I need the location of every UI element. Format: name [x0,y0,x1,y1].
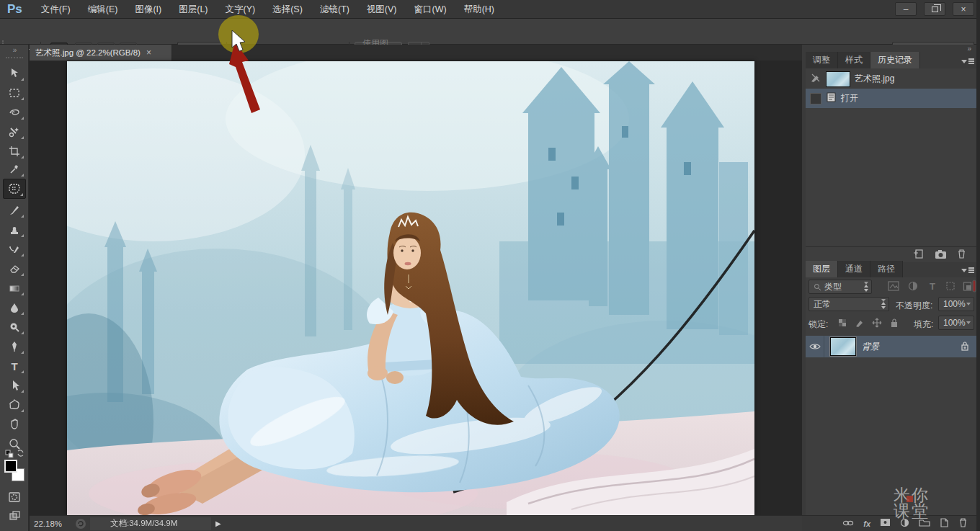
path-selection-tool[interactable] [3,376,26,395]
filter-pixel-layers-icon[interactable] [888,281,899,293]
tab-styles[interactable]: 样式 [838,52,870,68]
delete-trash-icon[interactable] [957,249,966,261]
save-progress-icon [76,519,86,529]
spinner-icon [864,282,868,292]
watermark-line2: 课堂 [883,503,940,519]
hand-tool[interactable] [3,415,26,434]
lock-all-icon[interactable] [888,317,901,329]
new-snapshot-camera-icon[interactable] [935,249,947,261]
new-document-from-state-icon[interactable] [913,249,925,261]
add-layer-mask-icon[interactable] [880,518,891,529]
layer-filter-select[interactable]: 类型 [808,280,872,294]
filter-toggle-switch[interactable] [972,280,976,295]
gradient-tool[interactable] [3,279,26,298]
document-state-icon [826,92,837,105]
opacity-field[interactable]: 100% [938,297,974,311]
filter-smart-objects-icon[interactable] [963,281,972,293]
eyedropper-tool[interactable] [3,160,26,179]
history-item-label: 艺术照.jpg [855,73,894,85]
tab-paths[interactable]: 路径 [870,261,903,277]
canvas-image[interactable] [67,61,754,515]
layer-thumbnail[interactable] [830,337,856,356]
screen-mode-button[interactable] [3,507,26,525]
move-tool[interactable] [3,64,26,83]
color-swatches[interactable] [4,460,26,484]
close-button[interactable]: × [953,2,974,16]
tutorial-highlight-circle [218,15,259,53]
layer-lock-icon [961,341,969,353]
menu-bar: Ps 文件(F) 编辑(E) 图像(I) 图层(L) 文字(Y) 选择(S) 滤… [0,0,980,19]
menu-window[interactable]: 窗口(W) [406,0,455,19]
history-item-label: 打开 [841,92,858,104]
status-bar: 22.18% 文档:34.9M/34.9M ▶ [30,515,802,531]
shape-tool[interactable] [3,396,26,414]
document-size-info[interactable]: 文档:34.9M/34.9M [90,517,211,530]
history-panel-tabs: 调整 样式 历史记录 [806,53,920,68]
type-tool[interactable]: T [3,357,26,375]
photoshop-logo: Ps [7,2,22,17]
lock-position-icon[interactable] [870,317,883,329]
brush-tool[interactable] [3,201,26,220]
clone-stamp-tool[interactable] [3,220,26,239]
zoom-level[interactable]: 22.18% [34,519,71,528]
dodge-tool[interactable] [3,318,26,336]
fill-field[interactable]: 100% [938,316,974,330]
chevron-down-icon [966,303,971,305]
tab-close-icon[interactable]: × [146,48,151,58]
history-source-well[interactable] [810,93,821,104]
menu-image[interactable]: 图像(I) [126,0,170,19]
history-brush-source-icon[interactable] [810,72,821,86]
blend-mode-select[interactable]: 正常 [808,297,889,311]
layers-panel-menu-icon[interactable] [961,266,974,275]
menu-edit[interactable]: 编辑(E) [79,0,127,19]
tab-layers[interactable]: 图层 [806,261,838,277]
layer-row-background[interactable]: 背景 [806,336,976,357]
history-state-row[interactable]: 打开 [806,89,976,108]
lock-pixels-brush-icon[interactable] [853,317,866,329]
restore-button[interactable] [924,2,945,16]
minimize-button[interactable]: – [895,2,917,16]
menu-filter[interactable]: 滤镜(T) [311,0,358,19]
tab-channels[interactable]: 通道 [838,261,870,277]
toolbar-grip[interactable] [6,57,23,59]
filter-adjustment-layers-icon[interactable] [908,281,918,293]
layer-name[interactable]: 背景 [862,341,961,353]
menu-layer[interactable]: 图层(L) [170,0,216,19]
lasso-tool[interactable] [3,103,26,122]
filter-shape-layers-icon[interactable] [945,281,956,293]
link-layers-icon[interactable] [842,519,854,529]
lock-transparency-icon[interactable] [836,317,849,329]
status-expand-icon[interactable]: ▶ [215,519,221,527]
layers-panel-tabs: 图层 通道 路径 [806,262,903,277]
foreground-color-swatch[interactable] [4,460,17,473]
toolbar-collapse[interactable]: » [0,46,29,55]
new-layer-icon[interactable] [940,517,949,530]
filter-type-layers-icon[interactable]: T [930,281,935,292]
blur-tool[interactable] [3,298,26,317]
options-bar: 修补: 正常 源 目标 透明 使用图案 基本功能 [0,19,980,45]
layer-style-fx-icon[interactable]: fx [863,519,870,528]
menu-select[interactable]: 选择(S) [264,0,311,19]
swap-colors-icon[interactable] [3,448,26,458]
quick-selection-tool[interactable] [3,122,26,141]
delete-layer-trash-icon[interactable] [958,517,968,530]
history-brush-tool[interactable] [3,240,26,259]
tab-adjustments[interactable]: 调整 [806,52,838,68]
fill-label: 填充: [914,318,933,331]
tab-history[interactable]: 历史记录 [870,52,920,68]
menu-file[interactable]: 文件(F) [32,0,79,19]
menu-view[interactable]: 视图(V) [358,0,406,19]
menu-help[interactable]: 帮助(H) [455,0,503,19]
crop-tool[interactable] [3,142,26,161]
pen-tool[interactable] [3,337,26,356]
layer-visibility-toggle[interactable] [806,336,824,357]
document-tab[interactable]: 艺术照.jpg @ 22.2%(RGB/8) × [30,45,172,61]
history-snapshot-row[interactable]: 艺术照.jpg [806,69,976,89]
patch-tool[interactable] [3,179,26,199]
spinner-icon [881,299,886,309]
quick-mask-button[interactable] [3,488,26,507]
history-panel-menu-icon[interactable] [961,57,974,66]
marquee-tool[interactable] [3,84,26,102]
opacity-label: 不透明度: [896,300,932,312]
eraser-tool[interactable] [3,259,26,278]
